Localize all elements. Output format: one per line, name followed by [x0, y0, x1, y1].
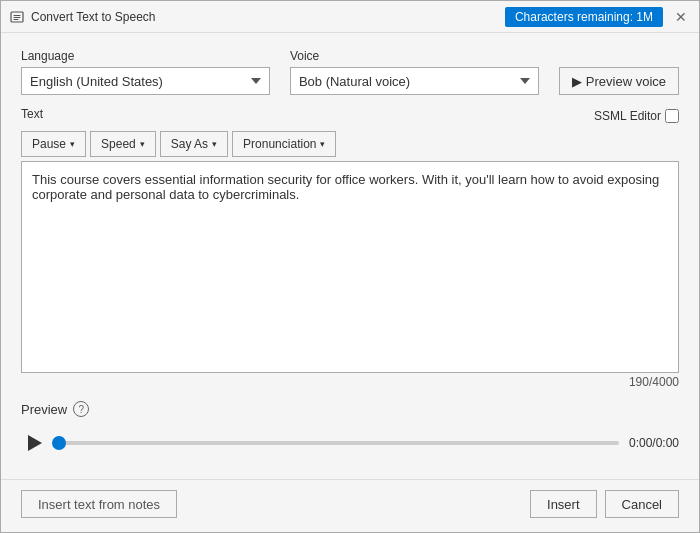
pause-label: Pause [32, 137, 66, 151]
pause-chevron-icon: ▾ [70, 139, 75, 149]
pause-button[interactable]: Pause ▾ [21, 131, 86, 157]
pronunciation-label: Pronunciation [243, 137, 316, 151]
preview-voice-button[interactable]: ▶ Preview voice [559, 67, 679, 95]
ssml-editor-checkbox[interactable] [665, 109, 679, 123]
say-as-label: Say As [171, 137, 208, 151]
title-bar-right: Characters remaining: 1M ✕ [505, 7, 691, 27]
ssml-editor-label: SSML Editor [594, 109, 661, 123]
speed-button[interactable]: Speed ▾ [90, 131, 156, 157]
language-select[interactable]: English (United States) English (United … [21, 67, 270, 95]
voice-select[interactable]: Bob (Natural voice) Alice (Natural voice… [290, 67, 539, 95]
title-bar-left: Convert Text to Speech [9, 9, 505, 25]
preview-play-icon: ▶ [572, 74, 582, 89]
main-content: Language English (United States) English… [1, 33, 699, 479]
insert-button[interactable]: Insert [530, 490, 597, 518]
window-title: Convert Text to Speech [31, 10, 156, 24]
play-button[interactable] [21, 429, 49, 457]
speed-label: Speed [101, 137, 136, 151]
time-display: 0:00/0:00 [629, 436, 679, 450]
voice-label: Voice [290, 49, 539, 63]
pronunciation-button[interactable]: Pronunciation ▾ [232, 131, 336, 157]
cancel-button[interactable]: Cancel [605, 490, 679, 518]
language-label: Language [21, 49, 270, 63]
footer-left: Insert text from notes [21, 490, 177, 518]
text-section: Text SSML Editor Pause ▾ Speed ▾ Say As … [21, 107, 679, 389]
app-icon [9, 9, 25, 25]
close-button[interactable]: ✕ [671, 7, 691, 27]
preview-label: Preview [21, 402, 67, 417]
insert-label: Insert [547, 497, 580, 512]
audio-player: 0:00/0:00 [21, 423, 679, 463]
window: Convert Text to Speech Characters remain… [0, 0, 700, 533]
title-bar: Convert Text to Speech Characters remain… [1, 1, 699, 33]
footer: Insert text from notes Insert Cancel [1, 479, 699, 532]
help-symbol: ? [78, 404, 84, 415]
say-as-chevron-icon: ▾ [212, 139, 217, 149]
speed-chevron-icon: ▾ [140, 139, 145, 149]
play-icon [28, 435, 42, 451]
ssml-editor-row: SSML Editor [594, 109, 679, 123]
say-as-button[interactable]: Say As ▾ [160, 131, 228, 157]
preview-header: Preview ? [21, 401, 679, 417]
chars-remaining-badge: Characters remaining: 1M [505, 7, 663, 27]
text-header: Text SSML Editor [21, 107, 679, 125]
insert-notes-label: Insert text from notes [38, 497, 160, 512]
text-input[interactable]: This course covers essential information… [22, 162, 678, 372]
text-area-wrapper: This course covers essential information… [21, 161, 679, 373]
preview-section: Preview ? 0:00/0:00 [21, 401, 679, 463]
footer-right: Insert Cancel [530, 490, 679, 518]
voice-field-group: Voice Bob (Natural voice) Alice (Natural… [290, 49, 539, 95]
progress-thumb [52, 436, 66, 450]
progress-bar[interactable] [59, 441, 619, 445]
lang-voice-row: Language English (United States) English… [21, 49, 679, 95]
pronunciation-chevron-icon: ▾ [320, 139, 325, 149]
preview-voice-label: Preview voice [586, 74, 666, 89]
language-field-group: Language English (United States) English… [21, 49, 270, 95]
cancel-label: Cancel [622, 497, 662, 512]
char-count: 190/4000 [21, 375, 679, 389]
toolbar: Pause ▾ Speed ▾ Say As ▾ Pronunciation ▾ [21, 131, 679, 157]
text-label: Text [21, 107, 43, 121]
help-icon[interactable]: ? [73, 401, 89, 417]
close-icon: ✕ [675, 9, 687, 25]
insert-notes-button[interactable]: Insert text from notes [21, 490, 177, 518]
